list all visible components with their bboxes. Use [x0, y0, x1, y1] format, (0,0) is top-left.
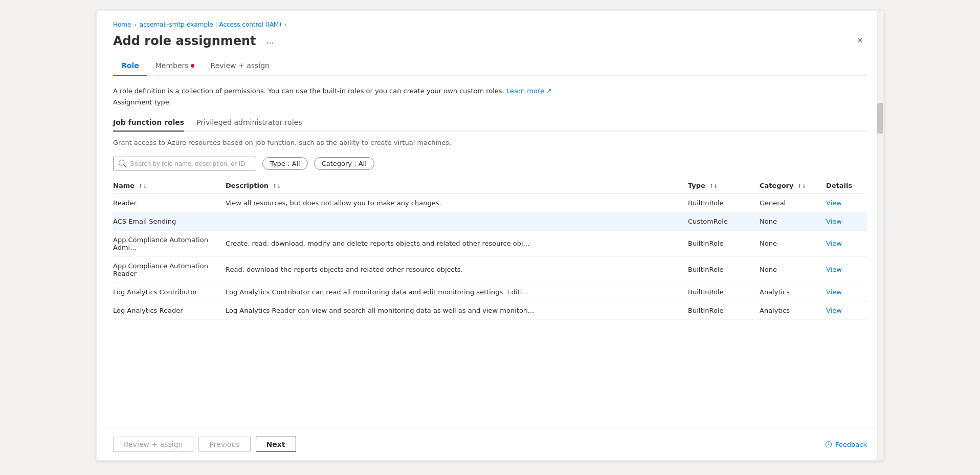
tab-review-assign[interactable]: Review + assign [203, 56, 278, 76]
col-description[interactable]: Description ↑↓ [226, 178, 688, 194]
learn-more-link[interactable]: Learn more ↗ [506, 87, 552, 95]
col-type[interactable]: Type ↑↓ [688, 178, 760, 194]
scrollbar-thumb[interactable] [877, 103, 883, 134]
sub-tab-privileged[interactable]: Privileged administrator roles [196, 114, 302, 132]
sort-type-icon: ↑↓ [709, 183, 718, 189]
feedback-icon [825, 441, 832, 448]
view-link[interactable]: View [826, 240, 842, 247]
cell-category: None [760, 212, 826, 230]
ellipsis-button[interactable]: ... [262, 33, 278, 48]
assignment-type-label: Assignment type [113, 98, 867, 106]
panel-footer: Review + assign Previous Next Feedback [97, 428, 883, 460]
cell-details[interactable]: View [826, 256, 867, 283]
cell-category: Analytics [760, 283, 826, 301]
cell-type: BuiltInRole [688, 283, 760, 301]
review-assign-button[interactable]: Review + assign [113, 437, 193, 452]
table-row[interactable]: App Compliance Automation Reader Read, d… [113, 256, 867, 283]
sort-name-icon: ↑↓ [139, 183, 147, 189]
sort-desc-icon: ↑↓ [273, 183, 281, 189]
cell-description: Log Analytics Contributor can read all m… [226, 283, 688, 301]
table-row[interactable]: ACS Email Sending CustomRole None View [113, 212, 867, 230]
cell-category: Analytics [760, 301, 826, 319]
roles-table-wrapper: Name ↑↓ Description ↑↓ Type ↑↓ [113, 178, 867, 320]
table-row[interactable]: App Compliance Automation Admi... Create… [113, 230, 867, 256]
cell-name: ACS Email Sending [113, 212, 226, 230]
cell-description: Log Analytics Reader can view and search… [226, 301, 688, 319]
cell-description [226, 212, 688, 230]
toolbar: Type : All Category : All [113, 157, 867, 170]
next-button[interactable]: Next [256, 437, 296, 452]
tab-members[interactable]: Members [147, 56, 203, 76]
add-role-assignment-panel: Home › acsemail-smtp-example | Access co… [96, 10, 884, 461]
cell-category: General [760, 193, 826, 212]
cell-name: Log Analytics Contributor [113, 283, 226, 301]
view-link[interactable]: View [826, 307, 842, 314]
cell-description: View all resources, but does not allow y… [226, 193, 688, 212]
panel-content: A role definition is a collection of per… [97, 76, 883, 428]
cell-name: App Compliance Automation Reader [113, 256, 226, 283]
type-filter-pill[interactable]: Type : All [262, 157, 308, 170]
tab-role[interactable]: Role [113, 56, 147, 76]
previous-button[interactable]: Previous [198, 437, 250, 452]
scrollbar-track[interactable] [877, 11, 883, 460]
breadcrumb-sep-1: › [134, 21, 136, 28]
table-header-row: Name ↑↓ Description ↑↓ Type ↑↓ [113, 178, 867, 194]
feedback-button[interactable]: Feedback [825, 441, 867, 448]
page-title: Add role assignment [113, 34, 256, 48]
view-link[interactable]: View [826, 288, 842, 296]
cell-description: Read, download the reports objects and r… [226, 256, 688, 283]
cell-category: None [760, 256, 826, 283]
search-input[interactable] [130, 160, 251, 167]
view-link[interactable]: View [826, 266, 842, 273]
roles-table: Name ↑↓ Description ↑↓ Type ↑↓ [113, 178, 867, 320]
sub-tabs-row: Job function roles Privileged administra… [113, 114, 867, 132]
panel-header: Home › acsemail-smtp-example | Access co… [97, 11, 883, 48]
breadcrumb-resource[interactable]: acsemail-smtp-example | Access control (… [140, 21, 281, 28]
sub-tab-job[interactable]: Job function roles [113, 114, 184, 132]
cell-type: BuiltInRole [688, 193, 760, 212]
cell-details[interactable]: View [826, 283, 867, 301]
search-box[interactable] [113, 157, 256, 170]
footer-left-buttons: Review + assign Previous Next [113, 437, 296, 452]
search-icon [119, 160, 126, 167]
cell-details[interactable]: View [826, 212, 867, 230]
cell-type: BuiltInRole [688, 230, 760, 256]
col-name[interactable]: Name ↑↓ [113, 178, 226, 194]
tabs-row: Role Members Review + assign [113, 56, 867, 76]
cell-type: BuiltInRole [688, 256, 760, 283]
cell-details[interactable]: View [826, 230, 867, 256]
cell-details[interactable]: View [826, 301, 867, 319]
cell-name: Reader [113, 193, 226, 212]
table-row[interactable]: Reader View all resources, but does not … [113, 193, 867, 212]
close-button[interactable]: × [853, 33, 867, 48]
cell-name: Log Analytics Reader [113, 301, 226, 319]
cell-category: None [760, 230, 826, 256]
cell-details[interactable]: View [826, 193, 867, 212]
description-text: A role definition is a collection of per… [113, 86, 867, 96]
category-filter-pill[interactable]: Category : All [314, 157, 374, 170]
breadcrumb: Home › acsemail-smtp-example | Access co… [113, 21, 867, 28]
breadcrumb-sep-2: › [284, 21, 286, 28]
sort-cat-icon: ↑↓ [797, 183, 806, 189]
cell-type: CustomRole [688, 212, 760, 230]
cell-name: App Compliance Automation Admi... [113, 230, 226, 256]
cell-type: BuiltInRole [688, 301, 760, 319]
breadcrumb-home[interactable]: Home [113, 21, 131, 28]
members-dot [191, 64, 194, 68]
view-link[interactable]: View [826, 199, 842, 207]
sub-tab-description: Grant access to Azure resources based on… [113, 139, 867, 146]
col-category[interactable]: Category ↑↓ [760, 178, 826, 194]
col-details: Details [826, 178, 867, 194]
panel-title-row: Add role assignment ... × [113, 33, 867, 48]
cell-description: Create, read, download, modify and delet… [226, 230, 688, 256]
table-row[interactable]: Log Analytics Reader Log Analytics Reade… [113, 301, 867, 319]
view-link[interactable]: View [826, 218, 842, 225]
table-row[interactable]: Log Analytics Contributor Log Analytics … [113, 283, 867, 301]
